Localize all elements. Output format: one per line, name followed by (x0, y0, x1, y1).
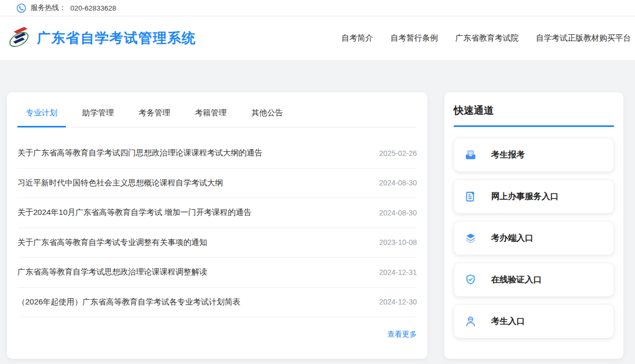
phone-icon (16, 3, 26, 13)
news-panel: 专业计划 助学管理 考务管理 考籍管理 其他公告 关于广东省高等教育自学考试四门… (7, 92, 427, 359)
tab-other-announcements[interactable]: 其他公告 (243, 108, 291, 127)
tab-study-aid-management[interactable]: 助学管理 (74, 108, 122, 127)
hotline-label: 服务热线： (31, 3, 66, 13)
news-item[interactable]: （2026年起使用）广东省高等教育自学考试各专业考试计划简表 2024-12-3… (17, 288, 417, 318)
shield-check-icon (464, 273, 477, 286)
header: 广东省自学考试管理系统 自考简介 自考暂行条例 广东省教育考试院 自学考试正版教… (0, 16, 635, 60)
topbar: 服务热线： 020-62833628 (0, 0, 635, 16)
nav-zikao-intro[interactable]: 自考简介 (341, 33, 373, 43)
news-item-title[interactable]: 关于2024年10月广东省高等教育自学考试 增加一门开考课程的通告 (17, 208, 251, 218)
news-item-title[interactable]: 关于广东省高等教育自学考试四门思想政治理论课课程考试大纲的通告 (17, 148, 262, 158)
view-more-link[interactable]: 查看更多 (387, 330, 417, 339)
quick-channel-panel: 快速通道 考生报考 (444, 92, 623, 359)
news-item-title[interactable]: 习近平新时代中国特色社会主义思想概论课程自学考试大纲 (17, 178, 223, 188)
news-item-date: 2024-12-30 (379, 298, 417, 306)
quick-link-label: 考办端入口 (491, 233, 533, 244)
more-row: 查看更多 (17, 317, 417, 339)
quick-channel-list: 考生报考 网上办事服务入口 (454, 138, 614, 338)
form-icon (464, 190, 477, 203)
news-list: 关于广东省高等教育自学考试四门思想政治理论课课程考试大纲的通告 2025-02-… (17, 127, 417, 317)
news-item-title[interactable]: 广东省高等教育自学考试思想政治理论课课程调整解读 (17, 267, 207, 277)
layers-icon (464, 232, 477, 244)
hotline-number: 020-62833628 (71, 4, 116, 12)
news-item-title[interactable]: （2026年起使用）广东省高等教育自学考试各专业考试计划简表 (17, 297, 240, 307)
news-item[interactable]: 关于2024年10月广东省高等教育自学考试 增加一门开考课程的通告 2024-0… (17, 198, 417, 228)
news-item[interactable]: 习近平新时代中国特色社会主义思想概论课程自学考试大纲 2024-08-30 (17, 169, 417, 199)
quick-link-online-services[interactable]: 网上办事服务入口 (454, 180, 614, 213)
quick-link-exam-office-portal[interactable]: 考办端入口 (454, 221, 614, 255)
news-tabs: 专业计划 助学管理 考务管理 考籍管理 其他公告 (17, 92, 417, 127)
quick-link-label: 在线验证入口 (491, 274, 542, 286)
main-content: 专业计划 助学管理 考务管理 考籍管理 其他公告 关于广东省高等教育自学考试四门… (0, 60, 635, 359)
news-item-date: 2023-10-08 (379, 238, 417, 247)
quick-link-candidate-register[interactable]: 考生报考 (454, 138, 614, 172)
tab-major-plan[interactable]: 专业计划 (17, 108, 66, 127)
news-item-date: 2025-02-26 (379, 149, 417, 158)
news-item[interactable]: 关于广东省高等教育自学考试四门思想政治理论课课程考试大纲的通告 2025-02-… (17, 139, 417, 169)
news-item-date: 2024-08-30 (379, 179, 417, 187)
news-item-date: 2024-12-31 (379, 268, 417, 277)
nav-textbook-purchase-platform[interactable]: 自学考试正版教材购买平台 (536, 33, 631, 43)
inbox-icon (464, 149, 477, 161)
quick-link-label: 考生入口 (491, 316, 525, 327)
quick-link-candidate-portal[interactable]: 考生入口 (454, 304, 614, 338)
news-item-date: 2024-08-30 (379, 209, 417, 217)
news-item[interactable]: 广东省高等教育自学考试思想政治理论课课程调整解读 2024-12-31 (17, 258, 417, 288)
nav-zikao-regulations[interactable]: 自考暂行条例 (390, 33, 438, 43)
quick-channel-underline (454, 125, 614, 127)
top-nav: 自考简介 自考暂行条例 广东省教育考试院 自学考试正版教材购买平台 (341, 33, 631, 43)
news-item-title[interactable]: 关于广东省高等教育自学考试专业调整有关事项的通知 (17, 238, 207, 248)
news-item[interactable]: 关于广东省高等教育自学考试专业调整有关事项的通知 2023-10-08 (17, 228, 417, 258)
quick-link-label: 考生报考 (491, 150, 525, 161)
quick-link-label: 网上办事服务入口 (491, 191, 559, 202)
tab-exam-record-management[interactable]: 考籍管理 (187, 108, 235, 127)
tab-exam-affairs-management[interactable]: 考务管理 (130, 108, 179, 127)
site-title: 广东省自学考试管理系统 (37, 29, 197, 47)
nav-gd-education-exam-institute[interactable]: 广东省教育考试院 (455, 33, 519, 43)
site-logo (7, 24, 31, 53)
quick-channel-title: 快速通道 (454, 104, 614, 117)
quick-link-online-verification[interactable]: 在线验证入口 (454, 263, 614, 297)
user-icon (464, 315, 477, 328)
